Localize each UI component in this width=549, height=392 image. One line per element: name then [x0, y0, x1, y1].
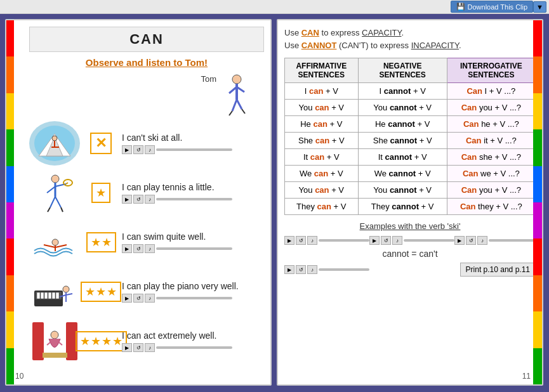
svg-point-43 [51, 331, 58, 339]
int-4: Can it + V ...? [447, 133, 535, 149]
vol-btn-5[interactable]: ♪ [145, 343, 155, 352]
bot-slider[interactable] [319, 268, 369, 271]
svg-rect-40 [32, 322, 44, 360]
ex-vol-3[interactable]: ♪ [477, 236, 487, 245]
svg-line-23 [61, 207, 63, 212]
neg-5: It cannot + V [358, 149, 447, 166]
neg-2: You cannot + V [358, 100, 447, 116]
star-3c: ★ [107, 285, 117, 299]
refresh-btn-5[interactable]: ↺ [133, 343, 143, 352]
svg-rect-34 [52, 292, 55, 299]
ex-refresh-1[interactable]: ↺ [296, 236, 306, 245]
table-row: I can + V I cannot + V Can I + V ...? [285, 83, 536, 100]
download-button[interactable]: 💾 Download This Clip [451, 1, 534, 13]
header-affirmative: AFFIRMATIVESENTENCES [285, 58, 359, 83]
ex-slider-2[interactable] [404, 239, 454, 242]
print-button[interactable]: Print p.10 and p.11 [460, 263, 536, 277]
neg-7: You cannot + V [358, 182, 447, 199]
page-title: CAN [34, 31, 260, 48]
ex-play-2[interactable]: ▶ [369, 236, 380, 245]
int-8: Can they + V ...? [447, 199, 535, 215]
vol-btn-4[interactable]: ♪ [145, 294, 155, 303]
tennis-image [29, 171, 80, 215]
ex-play-1[interactable]: ▶ [284, 236, 294, 245]
sentences-table: AFFIRMATIVESENTENCES NEGATIVESENTENCES I… [284, 58, 536, 215]
refresh-btn-4[interactable]: ↺ [133, 294, 143, 303]
ex-vol-2[interactable]: ♪ [392, 236, 402, 245]
download-icon: 💾 [456, 3, 465, 11]
main-content: CAN Observe and listen to Tom! Tom [0, 14, 549, 392]
right-side-colorbar [533, 20, 542, 384]
bot-vol[interactable]: ♪ [307, 265, 317, 274]
audio-slider-3[interactable] [156, 247, 232, 250]
ex-play-3[interactable]: ▶ [454, 236, 465, 245]
svg-point-14 [51, 175, 59, 183]
svg-line-5 [237, 100, 242, 109]
aff-5: It can + V [285, 149, 359, 166]
exercise-row-1: ✕ I can't ski at all. ▶ ↺ ♪ [29, 121, 264, 166]
ex-slider-3[interactable] [489, 239, 539, 242]
exercise-row-3: ★ ★ I can swim quite well. ▶ ↺ ♪ [29, 220, 264, 265]
neg-1: I cannot + V [358, 83, 447, 100]
play-btn-2[interactable]: ▶ [122, 195, 132, 204]
audio-slider-2[interactable] [156, 198, 232, 200]
sentence-4: I can play the piano very well. [122, 281, 264, 291]
aff-2: You can + V [285, 100, 359, 116]
neg-8: They cannot + V [358, 199, 447, 215]
audio-controls-4: ▶ ↺ ♪ [122, 294, 264, 303]
exercise-row-4: ★ ★ ★ I can play the piano very well. ▶ … [29, 270, 264, 314]
stars-box-2: ★ [85, 183, 117, 203]
svg-rect-32 [44, 292, 48, 299]
download-arrow-button[interactable]: ▼ [533, 1, 546, 13]
audio-slider-5[interactable] [156, 346, 232, 349]
table-row: He can + V He cannot + V Can he + V ...? [285, 116, 536, 133]
bot-refresh[interactable]: ↺ [296, 265, 306, 274]
left-side-colorbar [6, 20, 14, 384]
audio-group-1: ▶ ↺ ♪ [284, 236, 369, 245]
svg-line-22 [48, 207, 50, 212]
observe-text: Observe and listen to Tom! [29, 57, 264, 68]
refresh-btn-2[interactable]: ↺ [133, 195, 143, 204]
int-7: Can you + V ...? [447, 182, 535, 199]
star-4a: ★ [80, 334, 90, 348]
star-1: ★ [96, 186, 106, 200]
svg-line-6 [229, 111, 232, 115]
refresh-btn-1[interactable]: ↺ [133, 145, 143, 154]
star-4d: ★ [112, 334, 122, 348]
tom-figure [223, 74, 251, 119]
audio-controls-3: ▶ ↺ ♪ [122, 244, 264, 253]
table-row: We can + V We cannot + V Can we + V ...? [285, 166, 536, 182]
ex-slider-1[interactable] [319, 239, 369, 242]
play-btn-3[interactable]: ▶ [122, 244, 132, 253]
sentence-5: I can act extremely well. [122, 330, 264, 341]
page-number-right: 11 [522, 372, 531, 381]
ex-refresh-2[interactable]: ↺ [381, 236, 391, 245]
table-row: She can + V She cannot + V Can it + V ..… [285, 133, 536, 149]
refresh-btn-3[interactable]: ↺ [133, 244, 143, 253]
bot-play[interactable]: ▶ [284, 265, 294, 274]
ex-refresh-3[interactable]: ↺ [466, 236, 476, 245]
bottom-row: ▶ ↺ ♪ Print p.10 and p.11 [284, 263, 536, 277]
usage-line1: Use CAN to express CAPACITY. [284, 27, 536, 39]
neg-6: We cannot + V [358, 166, 447, 182]
audio-controls-1: ▶ ↺ ♪ [122, 145, 264, 154]
audio-slider-4[interactable] [156, 297, 232, 299]
star-2b: ★ [102, 235, 112, 249]
vol-btn-1[interactable]: ♪ [145, 145, 155, 154]
aff-3: He can + V [285, 116, 359, 133]
star-2-border: ★ ★ [86, 232, 116, 252]
play-btn-1[interactable]: ▶ [122, 145, 132, 154]
star-3-border: ★ ★ ★ [81, 282, 121, 302]
svg-point-24 [52, 239, 58, 245]
audio-slider-1[interactable] [156, 148, 232, 151]
vol-btn-2[interactable]: ♪ [145, 195, 155, 204]
vol-btn-3[interactable]: ♪ [145, 244, 155, 253]
play-btn-4[interactable]: ▶ [122, 294, 132, 303]
ex-vol-1[interactable]: ♪ [307, 236, 317, 245]
svg-line-16 [47, 186, 55, 193]
svg-line-4 [232, 100, 237, 111]
play-btn-5[interactable]: ▶ [122, 343, 132, 352]
aff-4: She can + V [285, 133, 359, 149]
examples-label: Examples with the verb 'ski' [284, 221, 536, 231]
aff-7: You can + V [285, 182, 359, 199]
